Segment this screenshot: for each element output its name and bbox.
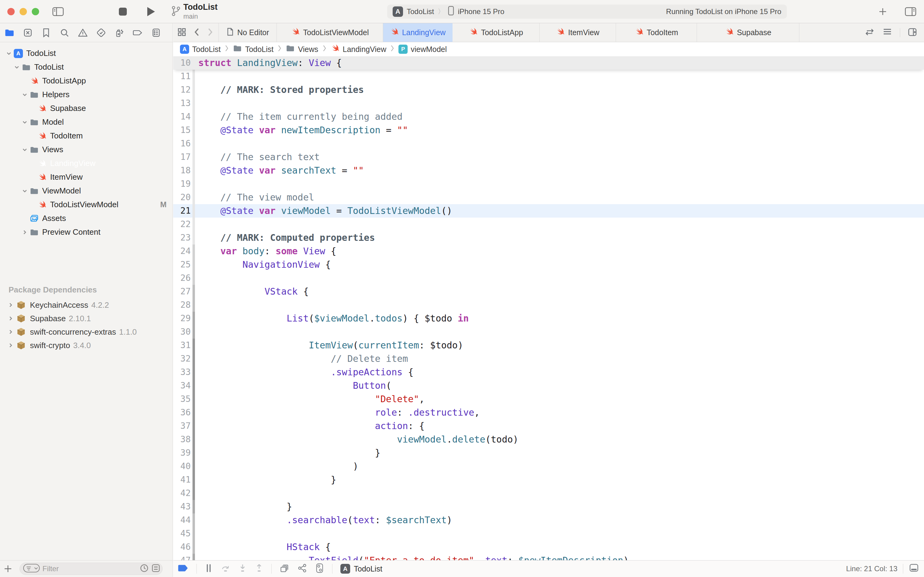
line-number[interactable]: 25 — [173, 258, 193, 271]
line-number[interactable]: 44 — [173, 513, 193, 527]
code-fold-ribbon[interactable] — [193, 97, 195, 110]
scheme-name[interactable]: TodoList — [407, 7, 434, 16]
package-item-swift-concurrency-extras[interactable]: swift-concurrency-extras1.1.0 — [0, 325, 173, 338]
line-number[interactable]: 31 — [173, 338, 193, 352]
line-number[interactable]: 33 — [173, 366, 193, 379]
code-line-32[interactable]: 32 // Delete item — [173, 352, 924, 366]
project-navigator-icon[interactable] — [4, 27, 14, 38]
line-number[interactable]: 30 — [173, 325, 193, 338]
code-fold-ribbon[interactable] — [193, 204, 195, 218]
code-line-20[interactable]: 20 // The view model — [173, 191, 924, 204]
swap-editor-icon[interactable] — [864, 27, 875, 38]
code-fold-ribbon[interactable] — [193, 325, 195, 338]
line-number[interactable]: 35 — [173, 392, 193, 406]
adjust-editor-options-icon[interactable] — [882, 27, 893, 38]
add-file-plus-icon[interactable] — [0, 561, 16, 577]
code-fold-ribbon[interactable] — [193, 70, 195, 83]
disclosure-chevron-down-icon[interactable] — [13, 64, 21, 71]
code-line-17[interactable]: 17 // The search text — [173, 150, 924, 164]
code-fold-ribbon[interactable] — [193, 231, 195, 245]
code-fold-ribbon[interactable] — [193, 258, 195, 271]
code-fold-ribbon[interactable] — [193, 433, 195, 446]
code-fold-ribbon[interactable] — [193, 554, 195, 560]
code-fold-ribbon[interactable] — [193, 285, 195, 298]
run-destination[interactable]: iPhone 15 Pro — [458, 7, 504, 16]
line-number[interactable]: 22 — [173, 218, 193, 231]
package-item-swift-crypto[interactable]: swift-crypto3.4.0 — [0, 338, 173, 352]
disclosure-chevron-down-icon[interactable] — [5, 50, 13, 57]
step-over-icon[interactable] — [221, 564, 230, 574]
code-line-15[interactable]: 15 @State var newItemDescription = "" — [173, 124, 924, 137]
code-fold-ribbon[interactable] — [193, 150, 195, 164]
line-number[interactable]: 36 — [173, 406, 193, 419]
zoom-window-button[interactable] — [32, 8, 39, 15]
source-editor[interactable]: 10struct LandingView: View {1112 // MARK… — [173, 56, 924, 560]
step-into-icon[interactable] — [238, 564, 247, 574]
code-fold-ribbon[interactable] — [193, 487, 195, 500]
code-line-25[interactable]: 25 NavigationView { — [173, 258, 924, 271]
code-line-45[interactable]: 45 — [173, 527, 924, 540]
line-number[interactable]: 10 — [173, 56, 193, 70]
code-line-24[interactable]: 24 var body: some View { — [173, 245, 924, 258]
code-line-40[interactable]: 40 ) — [173, 459, 924, 473]
split-editor-icon[interactable] — [908, 27, 917, 38]
breadcrumb-item[interactable]: PviewModel — [398, 45, 447, 54]
code-fold-ribbon[interactable] — [193, 352, 195, 366]
code-line-36[interactable]: 36 role: .destructive, — [173, 406, 924, 419]
code-line-12[interactable]: 12 // MARK: Stored properties — [173, 83, 924, 97]
code-fold-ribbon[interactable] — [193, 406, 195, 419]
code-line-39[interactable]: 39 } — [173, 446, 924, 459]
test-navigator-icon[interactable] — [96, 27, 106, 38]
disclosure-chevron-down-icon[interactable] — [21, 91, 29, 98]
breakpoint-navigator-icon[interactable] — [133, 27, 143, 38]
code-fold-ribbon[interactable] — [193, 446, 195, 459]
add-editor-plus-icon[interactable] — [876, 0, 890, 23]
code-fold-ribbon[interactable] — [193, 218, 195, 231]
environment-overrides-icon[interactable] — [315, 563, 324, 575]
sidebar-item-viewmodel[interactable]: ViewModel — [0, 184, 173, 198]
line-number[interactable]: 28 — [173, 298, 193, 312]
line-number[interactable]: 15 — [173, 124, 193, 137]
code-fold-ribbon[interactable] — [193, 245, 195, 258]
tab-itemview[interactable]: ItemView — [539, 23, 616, 42]
report-navigator-icon[interactable] — [151, 27, 161, 38]
code-fold-ribbon[interactable] — [193, 500, 195, 513]
code-fold-ribbon[interactable] — [193, 379, 195, 392]
code-line-21[interactable]: 21 @State var viewModel = TodoListViewMo… — [173, 204, 924, 218]
code-line-47[interactable]: 47 TextField("Enter a to-do item", text:… — [173, 554, 924, 560]
code-fold-ribbon[interactable] — [193, 83, 195, 97]
breadcrumb-item[interactable]: LandingView — [331, 44, 386, 55]
line-number[interactable]: 32 — [173, 352, 193, 366]
breadcrumb-item[interactable]: Views — [286, 44, 318, 55]
line-number[interactable]: 38 — [173, 433, 193, 446]
code-line-42[interactable]: 42 — [173, 487, 924, 500]
tab-todolistviewmodel[interactable]: TodoListViewModel — [277, 23, 383, 42]
sidebar-item-helpers[interactable]: Helpers — [0, 88, 173, 102]
code-fold-ribbon[interactable] — [193, 540, 195, 554]
package-item-supabase[interactable]: Supabase2.10.1 — [0, 312, 173, 325]
code-fold-ribbon[interactable] — [193, 473, 195, 487]
tab-todolistapp[interactable]: TodoListApp — [452, 23, 539, 42]
code-line-10[interactable]: 10struct LandingView: View { — [173, 56, 924, 70]
running-app-chip[interactable]: A TodoList — [340, 564, 382, 574]
chevron-right-icon[interactable] — [6, 301, 15, 308]
sidebar-item-assets[interactable]: Assets — [0, 211, 173, 225]
tab-landingview[interactable]: LandingView — [383, 23, 452, 42]
breadcrumb-item[interactable]: TodoList — [233, 44, 274, 55]
sidebar-item-todolist[interactable]: TodoList — [0, 60, 173, 74]
code-fold-ribbon[interactable] — [193, 392, 195, 406]
activity-status-bar[interactable]: A TodoList 〉 iPhone 15 Pro Running TodoL… — [387, 5, 787, 19]
sidebar-item-landingview[interactable]: LandingView — [0, 156, 173, 170]
tab-no-editor[interactable]: No Editor — [219, 23, 277, 42]
line-number[interactable]: 23 — [173, 231, 193, 245]
code-line-30[interactable]: 30 — [173, 325, 924, 338]
toggle-left-sidebar-icon[interactable] — [52, 0, 65, 23]
disclosure-chevron-right-icon[interactable] — [21, 229, 29, 235]
disclosure-chevron-down-icon[interactable] — [21, 188, 29, 194]
chevron-right-icon[interactable] — [6, 342, 15, 349]
code-line-43[interactable]: 43 } — [173, 500, 924, 513]
line-number[interactable]: 20 — [173, 191, 193, 204]
sidebar-item-supabase[interactable]: Supabase — [0, 102, 173, 115]
code-line-35[interactable]: 35 "Delete", — [173, 392, 924, 406]
sidebar-item-todoitem[interactable]: TodoItem — [0, 129, 173, 143]
